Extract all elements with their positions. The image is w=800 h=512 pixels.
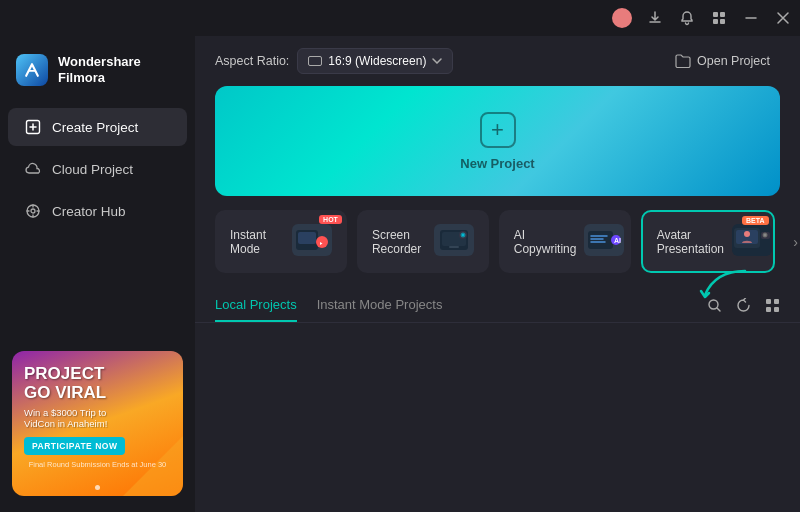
svg-rect-1 xyxy=(720,12,725,17)
grid-icon[interactable] xyxy=(710,9,728,27)
svg-rect-32 xyxy=(774,299,779,304)
user-avatar-icon[interactable] xyxy=(612,8,632,28)
svg-rect-7 xyxy=(309,57,322,66)
nav-create-project-label: Create Project xyxy=(52,120,138,135)
avatar-presentation-badge: BETA xyxy=(742,216,769,225)
svg-rect-2 xyxy=(713,19,718,24)
refresh-projects-icon[interactable] xyxy=(736,298,751,313)
nav-cloud-project[interactable]: Cloud Project xyxy=(8,150,187,188)
svg-point-11 xyxy=(316,236,328,248)
title-bar-controls xyxy=(612,8,792,28)
aspect-ratio-value: 16:9 (Widescreen) xyxy=(328,54,426,68)
ad-participate-button[interactable]: PARTICIPATE NOW xyxy=(24,437,125,455)
svg-rect-33 xyxy=(766,307,771,312)
svg-rect-3 xyxy=(720,19,725,24)
minimize-icon[interactable] xyxy=(742,9,760,27)
svg-point-6 xyxy=(31,209,35,213)
svg-rect-15 xyxy=(449,246,459,248)
open-project-button[interactable]: Open Project xyxy=(665,49,780,73)
ad-footnote: Final Round Submission Ends at June 30 xyxy=(24,460,171,469)
title-bar xyxy=(0,0,800,36)
aspect-ratio-label: Aspect Ratio: xyxy=(215,54,289,68)
instant-mode-thumb xyxy=(292,224,332,259)
svg-rect-10 xyxy=(298,232,316,244)
ai-copywriting-thumb: AI xyxy=(584,224,624,259)
download-icon[interactable] xyxy=(646,9,664,27)
svg-point-26 xyxy=(744,231,750,237)
aspect-ratio-icon xyxy=(308,56,322,66)
create-project-icon xyxy=(24,118,42,136)
close-icon[interactable] xyxy=(774,9,792,27)
new-project-label: New Project xyxy=(460,156,534,171)
action-screen-recorder[interactable]: Screen Recorder xyxy=(357,210,489,273)
svg-rect-34 xyxy=(774,307,779,312)
notification-icon[interactable] xyxy=(678,9,696,27)
quick-actions-next-button[interactable]: › xyxy=(784,231,800,253)
nav-create-project[interactable]: Create Project xyxy=(8,108,187,146)
aspect-ratio-dropdown[interactable]: 16:9 (Widescreen) xyxy=(297,48,453,74)
aspect-ratio-control: Aspect Ratio: 16:9 (Widescreen) xyxy=(215,48,453,74)
view-toggle-icon[interactable] xyxy=(765,298,780,313)
tabs-actions xyxy=(707,298,780,313)
nav-cloud-project-label: Cloud Project xyxy=(52,162,133,177)
action-instant-mode[interactable]: HOT Instant Mode xyxy=(215,210,347,273)
open-project-label: Open Project xyxy=(697,54,770,68)
nav-creator-hub[interactable]: Creator Hub xyxy=(8,192,187,230)
svg-point-29 xyxy=(764,234,767,237)
svg-text:AI: AI xyxy=(614,237,621,244)
projects-tabs: Local Projects Instant Mode Projects xyxy=(195,289,800,323)
svg-rect-20 xyxy=(588,231,613,249)
new-project-plus-icon: + xyxy=(480,112,516,148)
new-project-banner[interactable]: + New Project xyxy=(215,86,780,196)
nav-creator-hub-label: Creator Hub xyxy=(52,204,126,219)
instant-mode-badge: HOT xyxy=(319,215,342,224)
tab-local-projects[interactable]: Local Projects xyxy=(215,289,297,322)
toolbar: Aspect Ratio: 16:9 (Widescreen) Open Pro… xyxy=(195,36,800,86)
ai-copywriting-label: AI Copywriting xyxy=(514,228,577,256)
content-area: Aspect Ratio: 16:9 (Widescreen) Open Pro… xyxy=(195,36,800,512)
action-ai-copywriting[interactable]: AI Copywriting AI xyxy=(499,210,631,273)
ad-subtitle: Win a $3000 Trip toVidCon in Anaheim! xyxy=(24,407,171,429)
creator-hub-icon xyxy=(24,202,42,220)
app-logo-icon xyxy=(16,54,48,86)
ad-dot-indicator xyxy=(95,485,100,490)
main-layout: Wondershare Filmora Create Project Cloud… xyxy=(0,36,800,512)
sidebar: Wondershare Filmora Create Project Cloud… xyxy=(0,36,195,512)
avatar-presentation-thumb xyxy=(732,224,772,259)
svg-point-18 xyxy=(462,234,464,236)
folder-icon xyxy=(675,54,691,68)
cloud-icon xyxy=(24,160,42,178)
ad-title: PROJECTGO VIRAL xyxy=(24,365,171,402)
avatar-presentation-label: Avatar Presentation xyxy=(657,228,724,256)
sidebar-ad[interactable]: PROJECTGO VIRAL Win a $3000 Trip toVidCo… xyxy=(12,351,183,496)
chevron-down-icon xyxy=(432,58,442,64)
search-projects-icon[interactable] xyxy=(707,298,722,313)
logo-area: Wondershare Filmora xyxy=(0,44,195,106)
tab-instant-mode-projects[interactable]: Instant Mode Projects xyxy=(317,289,443,322)
action-avatar-presentation[interactable]: BETA Avatar Presentation xyxy=(641,210,775,273)
svg-rect-0 xyxy=(713,12,718,17)
instant-mode-label: Instant Mode xyxy=(230,228,284,256)
app-name: Wondershare Filmora xyxy=(58,54,141,85)
screen-recorder-label: Screen Recorder xyxy=(372,228,426,256)
tabs-left: Local Projects Instant Mode Projects xyxy=(215,289,442,322)
svg-rect-31 xyxy=(766,299,771,304)
quick-actions-row: HOT Instant Mode Screen Recor xyxy=(215,210,774,273)
screen-recorder-thumb xyxy=(434,224,474,259)
